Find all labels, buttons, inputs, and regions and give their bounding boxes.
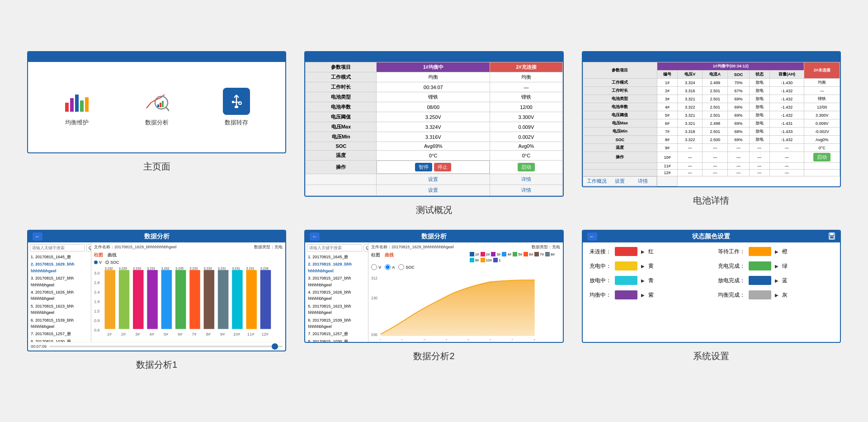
list-item[interactable]: 1. 20170815_1645_册	[307, 253, 366, 261]
data-analysis1-title: 数据分析	[144, 232, 170, 241]
tab-bar-2[interactable]: 柱图	[371, 252, 380, 258]
row-label: SOC	[306, 142, 377, 151]
panel-system-settings: ← 状态颜色设置 未连接： ▶ 红	[582, 230, 841, 371]
start-btn[interactable]: 启动	[518, 163, 535, 171]
status-left-col: 未连接： ▶ 红 充电中： ▶ 黄 放电中： ▶	[590, 247, 705, 337]
cell-val: 0.009V	[490, 122, 563, 132]
svg-text:8: 8	[533, 338, 536, 340]
search-btn-2[interactable]: Q	[363, 244, 368, 251]
list-item[interactable]: 6. 20170815_1539_bhhhhhhhbhgeel	[30, 317, 89, 331]
bd-cell: —	[678, 152, 703, 163]
bd-cell: —	[769, 144, 804, 152]
data-analysis2-card: ← 数据分析 Q 1. 20170815_1645_册 2. 20170815_…	[304, 230, 563, 343]
analysis-svg-icon	[144, 90, 169, 113]
bd-cell: —	[703, 144, 728, 152]
list-item[interactable]: 2. 20170815_1629_bhhhhhhhbhgeel	[30, 261, 89, 275]
status-color-balancing[interactable]	[615, 290, 637, 299]
status-color-discharging[interactable]	[615, 276, 637, 285]
test-overview-header	[305, 52, 562, 62]
list-item[interactable]: 3. 20170815_1627_bhhhhhhhbhgeel	[30, 275, 89, 289]
search-btn-1[interactable]: Q	[86, 244, 91, 251]
status-color-not-connected[interactable]	[615, 247, 637, 256]
tab-line-2[interactable]: 曲线	[385, 252, 394, 258]
timeline-slider-1[interactable]	[49, 346, 283, 347]
footer-settings2[interactable]: 设置	[377, 185, 490, 196]
search-input-1[interactable]	[30, 244, 85, 251]
bd-footer-settings[interactable]: 设置	[608, 178, 631, 185]
list-item[interactable]: 4. 20170815_1626_bhhhhhhhbhgeel	[307, 289, 366, 303]
bd-cell: —	[749, 170, 769, 176]
status-color-name-not-connected: 红	[648, 248, 654, 256]
svg-text:2.8: 2.8	[94, 280, 100, 285]
bd-cell: 放电	[749, 87, 769, 95]
status-color-balance-done[interactable]	[749, 290, 771, 299]
balance-btn[interactable]: 智停	[415, 163, 432, 171]
list-item[interactable]: 1. 20170815_1645_册	[30, 253, 89, 261]
legend-v: V	[94, 260, 102, 265]
chart-tabs-2: 柱图 曲线	[371, 252, 394, 258]
bd-footer-overview[interactable]: 工作概况	[585, 178, 608, 185]
bd-cell: 放电	[749, 136, 769, 144]
bd-footer-detail[interactable]: 详情	[632, 178, 655, 185]
search-row-1: Q	[30, 244, 89, 251]
tab-line-1[interactable]: 曲线	[108, 252, 117, 258]
list-item[interactable]: 7. 20170815_1257_册	[30, 330, 89, 337]
bd-cell: 6#	[657, 119, 678, 128]
test-overview-col1: 1#均衡中	[377, 62, 490, 72]
system-settings-panel-label: 系统设置	[693, 350, 729, 362]
svg-text:4: 4	[445, 338, 448, 340]
list-item[interactable]: 6. 20170815_1539_bhhhhhhhbhgeel	[307, 317, 366, 331]
sidebar-item-balance[interactable]: 均衡维护	[63, 88, 90, 127]
sidebar-item-transfer[interactable]: 数据转存	[223, 88, 250, 127]
tab-bar-1[interactable]: 柱图	[94, 252, 103, 258]
list-item[interactable]: 3. 20170815_1627_bhhhhhhhbhgeel	[307, 275, 366, 289]
save-icon[interactable]	[828, 232, 835, 241]
list-item[interactable]: 2. 20170815_1629_bhhhhhhhbhgeel	[307, 261, 366, 275]
bd-cell: —	[749, 163, 769, 170]
list-item[interactable]: 8. 20170815_1030_册	[30, 338, 89, 342]
svg-text:7: 7	[511, 338, 514, 340]
balance-icon-box	[63, 88, 90, 115]
legend-6: 6#	[524, 252, 533, 256]
bd-col2: 2#未连接	[804, 62, 840, 79]
bd-cell: 70%	[728, 79, 750, 87]
bd-cell: -0.002V	[804, 128, 840, 136]
bd-start-btn[interactable]: 启动	[813, 153, 830, 161]
legend-soc-dot	[105, 261, 109, 264]
back-btn-1[interactable]: ←	[33, 232, 42, 241]
transfer-label: 数据转存	[225, 119, 248, 127]
status-color-waiting[interactable]	[749, 247, 771, 256]
bar-9	[218, 270, 228, 329]
list-item[interactable]: 4. 20170815_1626_bhhhhhhhbhgeel	[30, 289, 89, 303]
footer-detail1[interactable]: 详情	[490, 174, 563, 185]
back-btn-3[interactable]: ←	[587, 232, 597, 241]
stop-btn[interactable]: 停止	[434, 163, 451, 171]
list-item[interactable]: 8. 20170815_1030_册	[307, 338, 366, 342]
back-btn-2[interactable]: ←	[310, 232, 320, 241]
bd-cell: 放电	[749, 95, 769, 103]
radio-v[interactable]: V	[371, 264, 381, 270]
footer-settings1[interactable]: 设置	[377, 174, 490, 185]
status-color-discharge-done[interactable]	[749, 276, 771, 285]
status-color-charging[interactable]	[615, 261, 637, 270]
main-grid: 均衡维护	[27, 51, 841, 371]
radio-a[interactable]: A	[385, 264, 395, 270]
list-item[interactable]: 5. 20170815_1623_bhhhhhhhbhgeel	[307, 303, 366, 317]
search-input-2[interactable]	[307, 244, 362, 251]
footer-detail2[interactable]: 详情	[490, 185, 563, 196]
svg-rect-55	[830, 233, 834, 235]
sidebar-item-analysis[interactable]: 数据分析	[143, 88, 170, 127]
status-color-charge-done[interactable]	[749, 261, 771, 270]
svg-rect-7	[232, 101, 234, 103]
radio-soc[interactable]: SOC	[398, 264, 415, 270]
bd-cell: 12#	[657, 170, 678, 176]
status-row-discharge-done: 放电完成： ▶ 蓝	[718, 276, 833, 285]
list-item[interactable]: 5. 20170815_1623_bhhhhhhhbhgeel	[30, 303, 89, 317]
bd-cell: 启动	[804, 152, 840, 163]
table-row: 电压阈值 3.250V 3.300V	[306, 112, 562, 122]
bd-cell: Avg0%	[804, 136, 840, 144]
svg-text:3.231: 3.231	[218, 267, 226, 270]
bd-cell: 69%	[728, 95, 750, 103]
list-item[interactable]: 7. 20170815_1257_册	[307, 330, 366, 337]
bd-cell: 3.318	[678, 128, 703, 136]
